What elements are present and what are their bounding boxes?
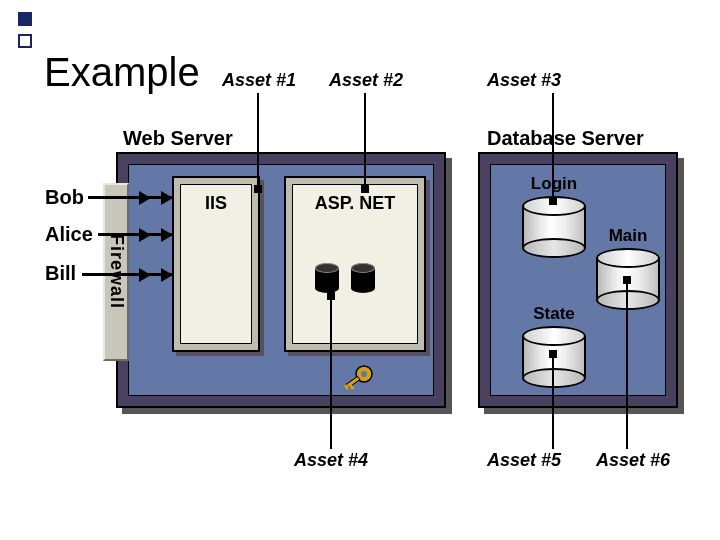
user-bill: Bill [45, 262, 76, 285]
asset-3-label: Asset #3 [487, 70, 561, 91]
slide-decoration-strip [18, 12, 36, 532]
iis-label: IIS [205, 193, 227, 214]
firewall: Firewall [103, 183, 129, 361]
asset-5-label: Asset #5 [487, 450, 561, 471]
svg-rect-2 [346, 376, 360, 387]
aspnet-internal-db-icon [315, 263, 339, 293]
web-server-label: Web Server [123, 127, 233, 150]
asset-3-leader [552, 93, 554, 201]
asset-6-label: Asset #6 [596, 450, 670, 471]
svg-point-1 [361, 371, 367, 377]
user-alice: Alice [45, 223, 93, 246]
asset-4-leader [330, 296, 332, 449]
aspnet-component: ASP. NET [284, 176, 426, 352]
state-database-label: State [533, 304, 575, 324]
aspnet-internal-db-icon [351, 263, 375, 293]
login-database: Login [522, 196, 586, 258]
asset-2-leader [364, 93, 366, 189]
login-database-label: Login [531, 174, 577, 194]
asset-5-leader [552, 354, 554, 449]
database-server-label: Database Server [487, 127, 644, 150]
asset-2-label: Asset #2 [329, 70, 403, 91]
asset-6-leader [626, 280, 628, 449]
key-icon [342, 362, 376, 396]
slide-title: Example [44, 50, 200, 95]
asset-4-label: Asset #4 [294, 450, 368, 471]
asset-1-label: Asset #1 [222, 70, 296, 91]
iis-component: IIS [172, 176, 260, 352]
aspnet-label: ASP. NET [315, 193, 396, 214]
user-bob: Bob [45, 186, 84, 209]
firewall-label: Firewall [106, 234, 127, 309]
main-database-label: Main [609, 226, 648, 246]
asset-1-leader [257, 93, 259, 189]
